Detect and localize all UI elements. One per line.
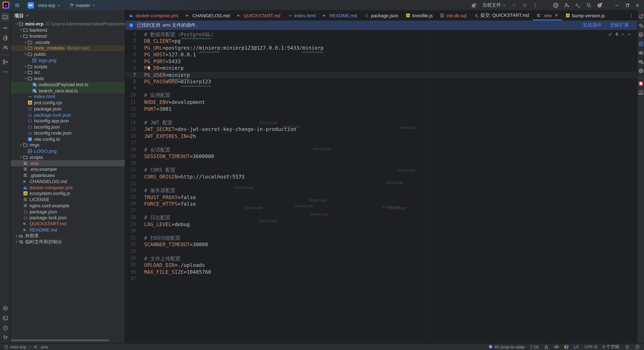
tree-row[interactable]: TSvite.config.ts (11, 136, 125, 142)
run-button-icon[interactable] (511, 2, 517, 8)
intention-bulb-icon[interactable] (146, 66, 152, 71)
tree-row[interactable]: docker-compose.yml (11, 184, 125, 190)
dictionary-toolwindow-button[interactable]: A (636, 89, 644, 95)
tree-chevron-icon[interactable] (14, 240, 18, 244)
indent-widget[interactable]: 4 个空格 (602, 344, 619, 350)
error-notification-icon[interactable] (635, 345, 640, 349)
tree-row[interactable]: .gitattributes (11, 172, 125, 178)
code-line[interactable]: 16JWT_EXPIRES_IN=2h (125, 133, 637, 140)
editor-tab[interactable]: {}package.json (361, 10, 402, 20)
code-line[interactable]: 32SCANNER_TIMEOUT=30000 (125, 242, 637, 248)
tree-row[interactable]: tests (11, 75, 125, 81)
database-toolwindow-button[interactable] (636, 32, 644, 37)
tree-chevron-icon[interactable] (19, 143, 23, 147)
more-toolwindows-button[interactable] (1, 69, 9, 75)
tree-row[interactable]: M↓CHANGELOG.md (11, 178, 125, 184)
close-icon[interactable] (635, 3, 640, 7)
tab-list-menu-icon[interactable] (626, 10, 637, 20)
git-toolwindow-button[interactable] (1, 335, 9, 341)
next-problem-icon[interactable] (628, 32, 631, 36)
code-line[interactable]: 30 (125, 228, 637, 235)
lock-open-icon[interactable] (625, 345, 630, 349)
inspection-widget[interactable]: 6 (608, 32, 631, 36)
tree-chevron-icon[interactable] (24, 40, 28, 44)
problems-toolwindow-button[interactable] (1, 325, 9, 331)
code-line[interactable]: 33 (125, 248, 637, 255)
branch-widget[interactable]: master (69, 3, 95, 7)
tree-row[interactable]: {}tsconfig.app.json (11, 118, 125, 124)
tree-row[interactable]: node_moduleslibrary root (11, 45, 125, 51)
prev-problem-icon[interactable] (621, 32, 625, 36)
tree-row[interactable]: JSecosystem.config.js (11, 190, 125, 196)
search-everywhere-icon[interactable] (586, 2, 592, 8)
translate-icon[interactable]: 文A (575, 2, 581, 8)
caret-position[interactable]: 7:16 (530, 345, 538, 349)
main-menu-icon[interactable] (14, 2, 20, 8)
editor-tab[interactable]: init-db.sql (436, 10, 470, 20)
project-toolwindow-button[interactable] (1, 13, 9, 21)
editor-tab[interactable]: JSbump-version.js (562, 10, 608, 20)
no-run-config-icon[interactable] (471, 2, 477, 8)
tree-row[interactable]: {}package-lock.json (11, 112, 125, 118)
editor-tab[interactable]: .env✕ (533, 10, 562, 20)
project-panel-header[interactable]: 项目 (11, 10, 125, 21)
services-toolwindow-button[interactable] (1, 306, 9, 311)
google-icon[interactable] (564, 345, 568, 349)
tree-row[interactable]: {}tsconfig.json (11, 124, 125, 130)
tree-row[interactable]: 临时文件和控制台 (11, 239, 125, 245)
code-with-me-toolwindow-button[interactable]: ? (1, 45, 9, 50)
code-line[interactable]: 20 (125, 160, 637, 167)
tab-close-icon[interactable]: ✕ (554, 13, 558, 17)
breadcrumb-project[interactable]: mini-erp (10, 345, 26, 349)
database-active-toolwindow-button[interactable] (636, 40, 644, 46)
tree-chevron-icon[interactable] (19, 34, 23, 38)
debug-button-icon[interactable] (522, 2, 528, 8)
tree-row[interactable]: {}package-lock.json (11, 215, 125, 221)
editor[interactable]: XlnmiCodeXlnmiCodeXlnmiCodeXlnmiCodeXlnm… (125, 30, 637, 343)
tree-chevron-icon[interactable] (24, 77, 28, 80)
tree-chevron-icon[interactable] (24, 53, 28, 56)
tree-row[interactable]: logo.png (11, 57, 125, 63)
tree-row[interactable]: LOGO.png (11, 148, 125, 154)
code-line[interactable]: 13 (125, 112, 637, 119)
tree-chevron-icon[interactable] (19, 156, 23, 159)
tree-row[interactable]: JSjest.config.cjs (11, 100, 125, 106)
tree-chevron-icon[interactable] (14, 22, 18, 26)
code-line[interactable]: 5PG_PORT=5433 (125, 58, 637, 65)
breadcrumb-file[interactable]: .env (40, 345, 48, 349)
code-line[interactable]: 17 (125, 140, 637, 146)
tree-chevron-icon[interactable] (24, 47, 28, 50)
structure-toolwindow-button[interactable] (1, 59, 9, 65)
code-line[interactable]: 7PG_USER=minierp (125, 72, 637, 79)
code-line[interactable]: 18# 会话配置 (125, 146, 637, 153)
tree-row[interactable]: {}tsconfig.node.json (11, 130, 125, 136)
code-line[interactable]: 37 (125, 276, 637, 283)
code-line[interactable]: 22CORS_ORIGIN=http://localhost:5173 (125, 174, 637, 181)
code-line[interactable]: 25TRUST_PROXY=false (125, 194, 637, 201)
project-widget[interactable]: ME mini-erp (28, 2, 60, 8)
ai-assistant-icon[interactable] (553, 2, 558, 8)
editor-tab[interactable]: M↓README.md (319, 10, 361, 20)
code-line[interactable]: 27 (125, 208, 637, 214)
tree-row[interactable]: {}package.json (11, 209, 125, 215)
code-line[interactable]: 34# 文件上传配置 (125, 255, 637, 262)
tree-row[interactable]: TSsearch_race.test.ts (11, 87, 125, 93)
notifications-toolwindow-button[interactable] (636, 13, 644, 19)
code-line[interactable]: 8PG_PASSWORD=minierp123 (125, 79, 637, 85)
code-line[interactable]: 35UPLOAD_DIR=./uploads (125, 262, 637, 269)
more-actions-icon[interactable] (533, 3, 538, 7)
code-line[interactable]: 11NODE_ENV=development (125, 99, 637, 106)
code-line[interactable]: 28# 日志配置 (125, 214, 637, 221)
code-line[interactable]: 23 (125, 180, 637, 187)
code-line[interactable]: 24# 服务器配置 (125, 187, 637, 194)
code-line[interactable]: 14# JWT 配置 (125, 119, 637, 126)
code-line[interactable]: 4PG_HOST=127.0.0.1 (125, 51, 637, 58)
tree-horizontal-scrollbar[interactable] (11, 340, 109, 341)
tree-row[interactable]: <>index.html (11, 93, 125, 100)
code-line[interactable]: 29LOG_LEVEL=debug (125, 221, 637, 228)
tree-row[interactable]: backend (11, 27, 125, 33)
tree-row[interactable]: imgs (11, 142, 125, 148)
restore-icon[interactable] (625, 3, 630, 7)
plugin-toolwindow-button[interactable] (636, 80, 644, 86)
tree-row[interactable]: scripts (11, 154, 125, 160)
